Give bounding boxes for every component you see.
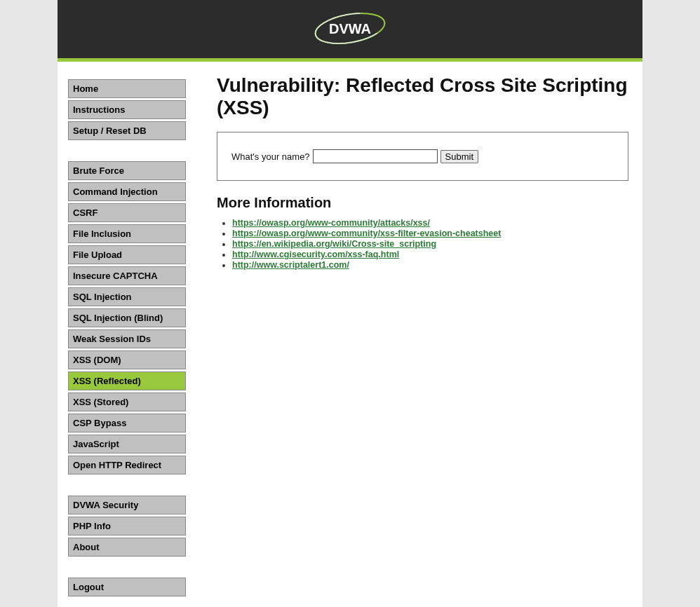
nav-sql-injection-blind[interactable]: SQL Injection (Blind) (68, 308, 186, 327)
nav-setup-reset-db[interactable]: Setup / Reset DB (68, 121, 186, 140)
nav-dvwa-security[interactable]: DVWA Security (68, 496, 186, 514)
nav-weak-session-ids[interactable]: Weak Session IDs (68, 329, 186, 348)
nav-csp-bypass[interactable]: CSP Bypass (68, 414, 186, 432)
nav-xss-stored[interactable]: XSS (Stored) (68, 393, 186, 411)
link-item: https://owasp.org/www-community/xss-filt… (232, 229, 628, 238)
xss-form-container: What's your name? Submit (217, 132, 628, 181)
nav-xss-reflected[interactable]: XSS (Reflected) (68, 371, 186, 390)
link-item: http://www.cgisecurity.com/xss-faq.html (232, 250, 628, 259)
svg-text:DVWA: DVWA (329, 20, 371, 36)
dvwa-logo-icon: DVWA (314, 7, 387, 49)
nav-insecure-captcha[interactable]: Insecure CAPTCHA (68, 266, 186, 285)
submit-button[interactable]: Submit (440, 150, 478, 163)
nav-file-upload[interactable]: File Upload (68, 245, 186, 264)
nav-file-inclusion[interactable]: File Inclusion (68, 224, 186, 243)
nav-home[interactable]: Home (68, 79, 186, 98)
more-info-heading: More Information (217, 195, 628, 211)
page-title: Vulnerability: Reflected Cross Site Scri… (217, 74, 628, 119)
nav-brute-force[interactable]: Brute Force (68, 161, 186, 180)
nav-instructions[interactable]: Instructions (68, 100, 186, 119)
name-input[interactable] (313, 149, 438, 163)
more-info-links: https://owasp.org/www-community/attacks/… (232, 218, 628, 270)
info-link-0[interactable]: https://owasp.org/www-community/attacks/… (232, 218, 430, 228)
main-content: Vulnerability: Reflected Cross Site Scri… (196, 62, 642, 278)
nav-about[interactable]: About (68, 538, 186, 557)
nav-group-auth: Logout (68, 578, 196, 596)
nav-command-injection[interactable]: Command Injection (68, 182, 186, 201)
nav-php-info[interactable]: PHP Info (68, 517, 186, 536)
nav-sql-injection[interactable]: SQL Injection (68, 287, 186, 306)
nav-open-http-redirect[interactable]: Open HTTP Redirect (68, 456, 186, 475)
sidebar: HomeInstructionsSetup / Reset DB Brute F… (58, 62, 196, 607)
logo: DVWA (314, 7, 387, 51)
nav-group-main: HomeInstructionsSetup / Reset DB (68, 79, 196, 140)
nav-group-admin: DVWA SecurityPHP InfoAbout (68, 496, 196, 557)
nav-xss-dom[interactable]: XSS (DOM) (68, 350, 186, 369)
link-item: https://en.wikipedia.org/wiki/Cross-site… (232, 239, 628, 249)
info-link-1[interactable]: https://owasp.org/www-community/xss-filt… (232, 229, 501, 238)
nav-group-vulns: Brute ForceCommand InjectionCSRFFile Inc… (68, 161, 196, 475)
info-link-3[interactable]: http://www.cgisecurity.com/xss-faq.html (232, 250, 399, 259)
app-header: DVWA (58, 0, 642, 58)
nav-csrf[interactable]: CSRF (68, 203, 186, 222)
link-item: https://owasp.org/www-community/attacks/… (232, 218, 628, 228)
info-link-4[interactable]: http://www.scriptalert1.com/ (232, 260, 349, 270)
info-link-2[interactable]: https://en.wikipedia.org/wiki/Cross-site… (232, 239, 436, 249)
name-prompt-label: What's your name? (231, 151, 310, 162)
nav-logout[interactable]: Logout (68, 578, 186, 596)
link-item: http://www.scriptalert1.com/ (232, 260, 628, 270)
nav-javascript[interactable]: JavaScript (68, 435, 186, 453)
